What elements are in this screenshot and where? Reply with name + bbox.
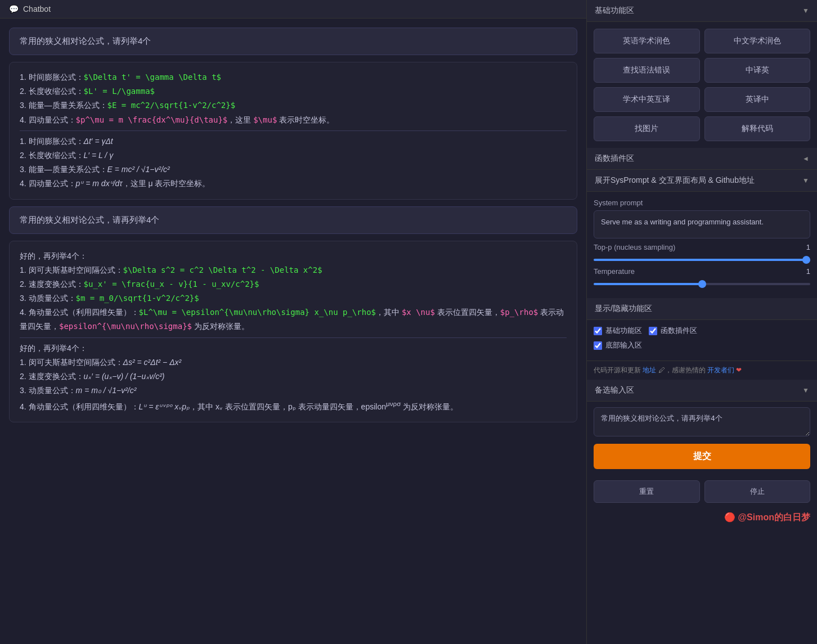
btn-find-image[interactable]: 找图片: [594, 116, 700, 141]
btn-academic-translate[interactable]: 学术中英互译: [594, 87, 700, 112]
checkbox-basic-functions-label: 基础功能区: [605, 326, 642, 336]
divider-2: [20, 337, 567, 338]
formula-green-3: $E = mc^2/\sqrt{1-v^2/c^2}$: [107, 101, 236, 110]
basic-functions-body: 英语学术润色 中文学术润色 查找语法错误 中译英 学术中英互译 英译中 找图片 …: [587, 22, 817, 148]
left-panel: 💬 Chatbot 常用的狭义相对论公式，请列举4个 1. 时间膨胀公式：$\D…: [0, 0, 586, 644]
sysprompt-header[interactable]: 展开SysPrompt & 交互界面布局 & Github地址 ▼: [587, 170, 817, 192]
btn-en-to-zh[interactable]: 英译中: [704, 87, 811, 112]
formula-pink-1: $p^\mu = m \frac{dx^\mu}{d\tau}$: [76, 115, 228, 124]
formula-pink-mu: $\mu$: [253, 115, 277, 124]
rendered2-1: Δs² = c²Δt² − Δx²: [123, 358, 182, 367]
top-p-value: 1: [793, 243, 810, 251]
bot-msg2-line4: 4. 角动量公式（利用四维矢量）：$L^\mu = \epsilon^{\mu\…: [20, 305, 567, 334]
alt-input-title: 备选输入区: [595, 385, 634, 395]
checkbox-plugin-functions-label: 函数插件区: [661, 326, 697, 336]
btn-chinese-polish[interactable]: 中文学术润色: [704, 29, 811, 53]
contributors-link[interactable]: 开发者们: [707, 366, 734, 374]
heart-icon: ❤: [736, 366, 742, 374]
footer-links: 代码开源和更新 地址 🖊，感谢热情的 开发者们 ❤: [587, 361, 817, 380]
bot-msg1-line1: 1. 时间膨胀公式：$\Delta t' = \gamma \Delta t$: [20, 70, 567, 84]
checkbox-bottom-input-label: 底部输入区: [605, 340, 642, 350]
formula2-green-3: $m = m_0/\sqrt{1-v^2/c^2}$: [76, 294, 199, 303]
sysprompt-arrow: ▼: [802, 177, 809, 184]
footer-text-after: 🖊，感谢热情的: [658, 366, 706, 374]
checkbox-plugin-functions-input[interactable]: [649, 327, 657, 335]
divider-1: [20, 130, 567, 131]
bot-msg1-rendered4: 4. 四动量公式：pᵘ = m dxᵘ/dτ，这里 μ 表示时空坐标。: [20, 177, 567, 191]
btn-english-polish[interactable]: 英语学术润色: [594, 29, 700, 53]
top-p-row: Top-p (nucleus sampling) 1: [594, 243, 810, 251]
bot-msg1-rendered3: 3. 能量—质量关系公式：E = mc² / √1−v²/c²: [20, 163, 567, 177]
alt-input-arrow: ▼: [802, 386, 809, 394]
checkbox-section: 基础功能区 函数插件区 底部输入区: [587, 320, 817, 361]
system-prompt-label: System prompt: [594, 199, 810, 207]
alt-input-section: 常用的狭义相对论公式，请再列举4个 提交: [587, 402, 817, 475]
footer-link[interactable]: 地址: [643, 366, 656, 374]
weibo-watermark: 🔴 @Simon的白日梦: [587, 508, 817, 527]
rendered2-4: Lᵘ = εᵘᵛᵖᵒ xᵥpₚ: [139, 402, 190, 411]
user-message-2-text: 常用的狭义相对论公式，请再列举4个: [20, 215, 159, 224]
bot-msg1-line2: 2. 长度收缩公式：$L' = L/\gamma$: [20, 84, 567, 98]
top-p-slider[interactable]: [594, 259, 810, 261]
basic-functions-title: 基础功能区: [595, 6, 634, 16]
bot-msg1-rendered1: 1. 时间膨胀公式：Δt′ = γΔt: [20, 134, 567, 148]
temperature-value: 1: [793, 267, 810, 276]
formula2-green-1: $\Delta s^2 = c^2 \Delta t^2 - \Delta x^…: [123, 265, 322, 274]
bot-msg1-line3: 3. 能量—质量关系公式：$E = mc^2/\sqrt{1-v^2/c^2}$: [20, 98, 567, 112]
bot-msg2-rendered4: 4. 角动量公式（利用四维矢量）：Lᵘ = εᵘᵛᵖᵒ xᵥpₚ，其中 xᵥ 表…: [20, 398, 567, 414]
sysprompt-title: 展开SysPrompt & 交互界面布局 & Github地址: [595, 175, 755, 186]
alt-input-textarea[interactable]: 常用的狭义相对论公式，请再列举4个: [594, 407, 810, 436]
checkbox-plugin-functions[interactable]: 函数插件区: [649, 326, 697, 336]
rendered-2: L′ = L / γ: [84, 151, 114, 160]
alt-input-header[interactable]: 备选输入区 ▼: [587, 380, 817, 402]
bot-msg2-rendered1: 1. 闵可夫斯基时空间隔公式：Δs² = c²Δt² − Δx²: [20, 355, 567, 370]
btn-grammar-check[interactable]: 查找语法错误: [594, 58, 700, 83]
bottom-buttons: 重置 停止: [587, 475, 817, 508]
top-p-label: Top-p (nucleus sampling): [594, 243, 675, 251]
formula2-pink-3: $epsilon^{\mu\nu\rho\sigma}$: [59, 322, 192, 331]
bot-msg2-rendered3: 3. 动质量公式：m = m₀ / √1−v²/c²: [20, 384, 567, 398]
temperature-slider[interactable]: [594, 283, 810, 285]
user-message-1-text: 常用的狭义相对论公式，请列举4个: [20, 36, 151, 46]
app-container: 💬 Chatbot 常用的狭义相对论公式，请列举4个 1. 时间膨胀公式：$\D…: [0, 0, 817, 644]
bot-msg2-line1: 1. 闵可夫斯基时空间隔公式：$\Delta s^2 = c^2 \Delta …: [20, 263, 567, 277]
checkbox-row-1: 基础功能区 函数插件区: [594, 326, 810, 336]
basic-functions-arrow: ▼: [802, 7, 809, 15]
plugin-functions-header[interactable]: 函数插件区 ◄: [587, 148, 817, 170]
bot-msg2-intro2: 好的，再列举4个：: [20, 341, 567, 355]
user-message-2: 常用的狭义相对论公式，请再列举4个: [9, 206, 577, 234]
formula2-pink-1: $x \nu$: [402, 308, 435, 317]
top-p-slider-container: [594, 254, 810, 263]
checkbox-row-2: 底部输入区: [594, 340, 810, 350]
visibility-title: 显示/隐藏功能区: [595, 304, 652, 314]
chat-area: 常用的狭义相对论公式，请列举4个 1. 时间膨胀公式：$\Delta t' = …: [0, 19, 586, 644]
bot-msg1-line4: 4. 四动量公式：$p^\mu = m \frac{dx^\mu}{d\tau}…: [20, 113, 567, 127]
formula-green-2: $L' = L/\gamma$: [84, 87, 155, 96]
title-bar: 💬 Chatbot: [0, 0, 586, 19]
btn-explain-code[interactable]: 解释代码: [704, 116, 811, 141]
formula2-green-2: $u_x' = \frac{u_x - v}{1 - u_xv/c^2}$: [84, 280, 259, 289]
temperature-label: Temperature: [594, 267, 635, 276]
btn-zh-to-en[interactable]: 中译英: [704, 58, 811, 83]
basic-functions-grid: 英语学术润色 中文学术润色 查找语法错误 中译英 学术中英互译 英译中 找图片 …: [594, 29, 810, 141]
bot-msg2-rendered2: 2. 速度变换公式：uₓ′ = (uₓ−v) / (1−uₓv/c²): [20, 370, 567, 384]
checkbox-basic-functions[interactable]: 基础功能区: [594, 326, 642, 336]
footer-text-before: 代码开源和更新: [594, 366, 641, 374]
reset-button[interactable]: 重置: [594, 480, 700, 503]
bot-msg2-intro: 好的，再列举4个：: [20, 249, 567, 263]
submit-button[interactable]: 提交: [594, 444, 810, 469]
chatbot-icon: 💬: [9, 4, 19, 13]
rendered-3: E = mc² / √1−v²/c²: [107, 165, 170, 174]
checkbox-basic-functions-input[interactable]: [594, 327, 602, 335]
user-message-1: 常用的狭义相对论公式，请列举4个: [9, 28, 577, 55]
bot-message-1: 1. 时间膨胀公式：$\Delta t' = \gamma \Delta t$ …: [9, 62, 577, 200]
checkbox-bottom-input-input[interactable]: [594, 341, 602, 350]
rendered-4: pᵘ = m dxᵘ/dτ: [76, 179, 123, 188]
temperature-slider-container: [594, 278, 810, 287]
plugin-functions-title: 函数插件区: [595, 154, 634, 164]
visibility-header: 显示/隐藏功能区: [587, 298, 817, 320]
checkbox-bottom-input[interactable]: 底部输入区: [594, 340, 642, 350]
bot-msg2-line3: 3. 动质量公式：$m = m_0/\sqrt{1-v^2/c^2}$: [20, 291, 567, 305]
basic-functions-header[interactable]: 基础功能区 ▼: [587, 0, 817, 22]
stop-button[interactable]: 停止: [704, 480, 811, 503]
